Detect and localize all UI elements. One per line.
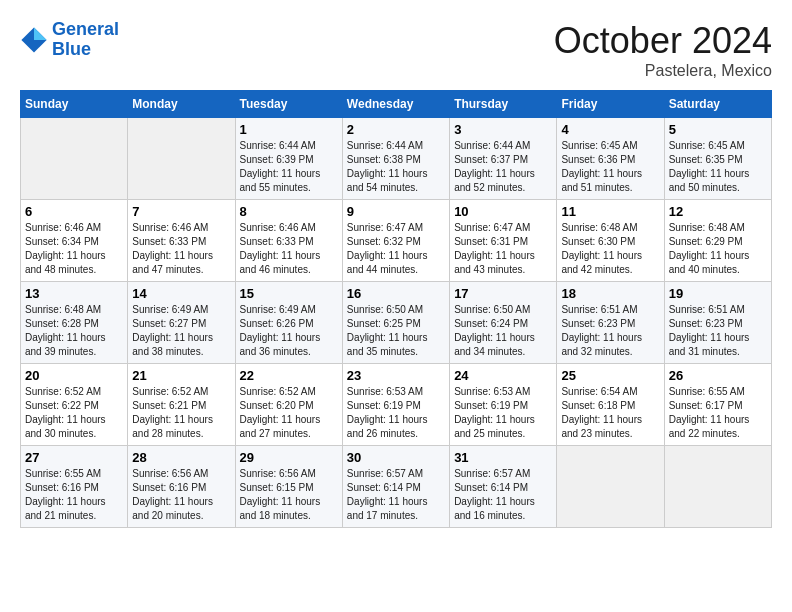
- calendar-cell: [21, 118, 128, 200]
- day-detail: Sunrise: 6:52 AMSunset: 6:22 PMDaylight:…: [25, 385, 123, 441]
- day-number: 2: [347, 122, 445, 137]
- day-number: 19: [669, 286, 767, 301]
- weekday-header-cell: Friday: [557, 91, 664, 118]
- calendar-cell: 30Sunrise: 6:57 AMSunset: 6:14 PMDayligh…: [342, 446, 449, 528]
- day-number: 30: [347, 450, 445, 465]
- calendar-cell: 31Sunrise: 6:57 AMSunset: 6:14 PMDayligh…: [450, 446, 557, 528]
- day-detail: Sunrise: 6:44 AMSunset: 6:39 PMDaylight:…: [240, 139, 338, 195]
- day-number: 12: [669, 204, 767, 219]
- calendar-week-row: 6Sunrise: 6:46 AMSunset: 6:34 PMDaylight…: [21, 200, 772, 282]
- day-number: 31: [454, 450, 552, 465]
- weekday-header-cell: Saturday: [664, 91, 771, 118]
- calendar-cell: 26Sunrise: 6:55 AMSunset: 6:17 PMDayligh…: [664, 364, 771, 446]
- day-detail: Sunrise: 6:49 AMSunset: 6:26 PMDaylight:…: [240, 303, 338, 359]
- day-number: 11: [561, 204, 659, 219]
- calendar-cell: 4Sunrise: 6:45 AMSunset: 6:36 PMDaylight…: [557, 118, 664, 200]
- day-number: 5: [669, 122, 767, 137]
- day-number: 20: [25, 368, 123, 383]
- day-number: 16: [347, 286, 445, 301]
- day-number: 28: [132, 450, 230, 465]
- calendar-cell: 12Sunrise: 6:48 AMSunset: 6:29 PMDayligh…: [664, 200, 771, 282]
- calendar-week-row: 13Sunrise: 6:48 AMSunset: 6:28 PMDayligh…: [21, 282, 772, 364]
- day-detail: Sunrise: 6:45 AMSunset: 6:36 PMDaylight:…: [561, 139, 659, 195]
- weekday-header-cell: Monday: [128, 91, 235, 118]
- calendar-week-row: 20Sunrise: 6:52 AMSunset: 6:22 PMDayligh…: [21, 364, 772, 446]
- day-number: 25: [561, 368, 659, 383]
- day-detail: Sunrise: 6:57 AMSunset: 6:14 PMDaylight:…: [454, 467, 552, 523]
- calendar-cell: 1Sunrise: 6:44 AMSunset: 6:39 PMDaylight…: [235, 118, 342, 200]
- day-detail: Sunrise: 6:51 AMSunset: 6:23 PMDaylight:…: [669, 303, 767, 359]
- day-detail: Sunrise: 6:50 AMSunset: 6:24 PMDaylight:…: [454, 303, 552, 359]
- day-detail: Sunrise: 6:55 AMSunset: 6:17 PMDaylight:…: [669, 385, 767, 441]
- calendar-cell: 3Sunrise: 6:44 AMSunset: 6:37 PMDaylight…: [450, 118, 557, 200]
- day-number: 9: [347, 204, 445, 219]
- day-number: 23: [347, 368, 445, 383]
- calendar-cell: 25Sunrise: 6:54 AMSunset: 6:18 PMDayligh…: [557, 364, 664, 446]
- calendar-cell: 11Sunrise: 6:48 AMSunset: 6:30 PMDayligh…: [557, 200, 664, 282]
- logo-icon: [20, 26, 48, 54]
- day-number: 21: [132, 368, 230, 383]
- svg-marker-1: [34, 27, 47, 40]
- calendar-cell: 17Sunrise: 6:50 AMSunset: 6:24 PMDayligh…: [450, 282, 557, 364]
- day-detail: Sunrise: 6:48 AMSunset: 6:28 PMDaylight:…: [25, 303, 123, 359]
- day-detail: Sunrise: 6:51 AMSunset: 6:23 PMDaylight:…: [561, 303, 659, 359]
- day-number: 17: [454, 286, 552, 301]
- calendar-cell: 8Sunrise: 6:46 AMSunset: 6:33 PMDaylight…: [235, 200, 342, 282]
- weekday-header-cell: Wednesday: [342, 91, 449, 118]
- weekday-header-cell: Sunday: [21, 91, 128, 118]
- day-detail: Sunrise: 6:48 AMSunset: 6:30 PMDaylight:…: [561, 221, 659, 277]
- calendar-cell: [664, 446, 771, 528]
- calendar-body: 1Sunrise: 6:44 AMSunset: 6:39 PMDaylight…: [21, 118, 772, 528]
- calendar-cell: 7Sunrise: 6:46 AMSunset: 6:33 PMDaylight…: [128, 200, 235, 282]
- calendar-cell: 24Sunrise: 6:53 AMSunset: 6:19 PMDayligh…: [450, 364, 557, 446]
- calendar-cell: 9Sunrise: 6:47 AMSunset: 6:32 PMDaylight…: [342, 200, 449, 282]
- calendar-cell: 16Sunrise: 6:50 AMSunset: 6:25 PMDayligh…: [342, 282, 449, 364]
- day-number: 18: [561, 286, 659, 301]
- calendar-cell: 10Sunrise: 6:47 AMSunset: 6:31 PMDayligh…: [450, 200, 557, 282]
- day-detail: Sunrise: 6:49 AMSunset: 6:27 PMDaylight:…: [132, 303, 230, 359]
- calendar-cell: 29Sunrise: 6:56 AMSunset: 6:15 PMDayligh…: [235, 446, 342, 528]
- day-detail: Sunrise: 6:44 AMSunset: 6:37 PMDaylight:…: [454, 139, 552, 195]
- day-detail: Sunrise: 6:48 AMSunset: 6:29 PMDaylight:…: [669, 221, 767, 277]
- day-detail: Sunrise: 6:45 AMSunset: 6:35 PMDaylight:…: [669, 139, 767, 195]
- calendar-cell: 13Sunrise: 6:48 AMSunset: 6:28 PMDayligh…: [21, 282, 128, 364]
- day-detail: Sunrise: 6:47 AMSunset: 6:32 PMDaylight:…: [347, 221, 445, 277]
- calendar-cell: 2Sunrise: 6:44 AMSunset: 6:38 PMDaylight…: [342, 118, 449, 200]
- calendar-cell: 18Sunrise: 6:51 AMSunset: 6:23 PMDayligh…: [557, 282, 664, 364]
- day-detail: Sunrise: 6:47 AMSunset: 6:31 PMDaylight:…: [454, 221, 552, 277]
- day-number: 29: [240, 450, 338, 465]
- day-number: 14: [132, 286, 230, 301]
- calendar-cell: 15Sunrise: 6:49 AMSunset: 6:26 PMDayligh…: [235, 282, 342, 364]
- calendar-cell: 5Sunrise: 6:45 AMSunset: 6:35 PMDaylight…: [664, 118, 771, 200]
- calendar-cell: 22Sunrise: 6:52 AMSunset: 6:20 PMDayligh…: [235, 364, 342, 446]
- day-number: 22: [240, 368, 338, 383]
- day-number: 1: [240, 122, 338, 137]
- location: Pastelera, Mexico: [554, 62, 772, 80]
- page-header: General Blue October 2024 Pastelera, Mex…: [20, 20, 772, 80]
- weekday-header-row: SundayMondayTuesdayWednesdayThursdayFrid…: [21, 91, 772, 118]
- calendar-cell: 23Sunrise: 6:53 AMSunset: 6:19 PMDayligh…: [342, 364, 449, 446]
- calendar-cell: 20Sunrise: 6:52 AMSunset: 6:22 PMDayligh…: [21, 364, 128, 446]
- day-detail: Sunrise: 6:46 AMSunset: 6:33 PMDaylight:…: [240, 221, 338, 277]
- day-detail: Sunrise: 6:57 AMSunset: 6:14 PMDaylight:…: [347, 467, 445, 523]
- calendar-cell: 14Sunrise: 6:49 AMSunset: 6:27 PMDayligh…: [128, 282, 235, 364]
- day-number: 6: [25, 204, 123, 219]
- weekday-header-cell: Thursday: [450, 91, 557, 118]
- day-number: 7: [132, 204, 230, 219]
- day-detail: Sunrise: 6:50 AMSunset: 6:25 PMDaylight:…: [347, 303, 445, 359]
- day-number: 27: [25, 450, 123, 465]
- calendar-table: SundayMondayTuesdayWednesdayThursdayFrid…: [20, 90, 772, 528]
- logo: General Blue: [20, 20, 119, 60]
- day-detail: Sunrise: 6:52 AMSunset: 6:20 PMDaylight:…: [240, 385, 338, 441]
- day-number: 10: [454, 204, 552, 219]
- logo-text: General Blue: [52, 20, 119, 60]
- day-detail: Sunrise: 6:44 AMSunset: 6:38 PMDaylight:…: [347, 139, 445, 195]
- day-detail: Sunrise: 6:46 AMSunset: 6:34 PMDaylight:…: [25, 221, 123, 277]
- day-number: 4: [561, 122, 659, 137]
- day-number: 15: [240, 286, 338, 301]
- calendar-week-row: 27Sunrise: 6:55 AMSunset: 6:16 PMDayligh…: [21, 446, 772, 528]
- calendar-cell: 27Sunrise: 6:55 AMSunset: 6:16 PMDayligh…: [21, 446, 128, 528]
- day-detail: Sunrise: 6:56 AMSunset: 6:15 PMDaylight:…: [240, 467, 338, 523]
- day-detail: Sunrise: 6:56 AMSunset: 6:16 PMDaylight:…: [132, 467, 230, 523]
- calendar-cell: [557, 446, 664, 528]
